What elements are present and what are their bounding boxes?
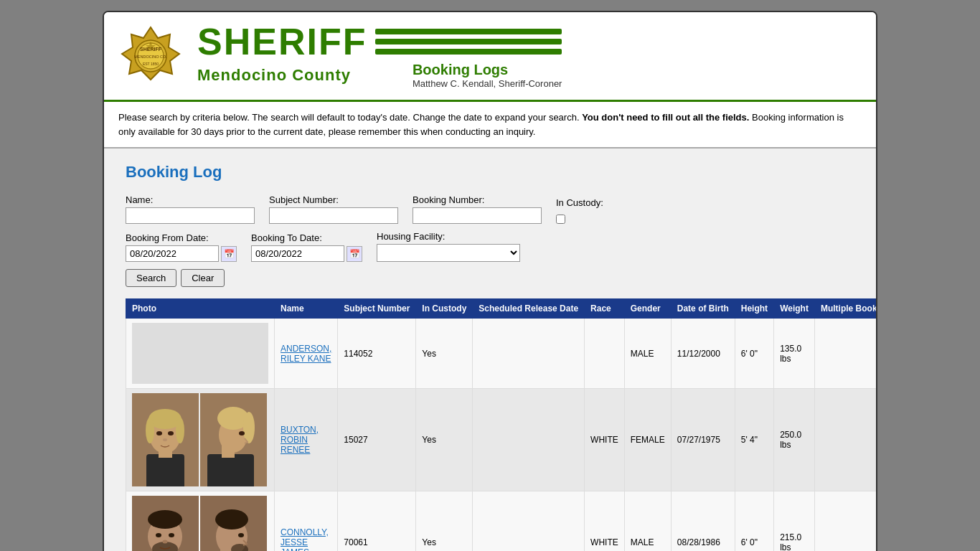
col-height: Height	[735, 299, 773, 319]
search-form: Name: Subject Number: Booking Number: In…	[126, 194, 854, 287]
svg-rect-18	[207, 454, 254, 486]
race-cell-3: WHITE	[585, 491, 625, 552]
booking-number-group: Booking Number:	[413, 194, 542, 224]
dob-cell-1: 11/12/2000	[671, 319, 735, 389]
name-cell-3: CONNOLLY, JESSE JAMES	[275, 491, 338, 552]
mugshot-side-2	[200, 393, 267, 486]
photo-cell-1	[126, 319, 275, 389]
col-photo: Photo	[126, 299, 275, 319]
height-cell-1: 6' 0"	[735, 319, 773, 389]
svg-point-32	[163, 540, 168, 544]
dob-cell-3: 08/28/1986	[671, 491, 735, 552]
name-group: Name:	[126, 194, 255, 224]
name-link-3[interactable]: CONNOLLY, JESSE JAMES	[281, 527, 329, 551]
race-cell-2: WHITE	[585, 389, 625, 491]
in-custody-checkbox[interactable]	[556, 215, 565, 224]
gender-cell-3: MALE	[624, 491, 671, 552]
subject-number-cell-3: 70061	[338, 491, 416, 552]
scheduled-release-cell-2	[473, 389, 585, 491]
mendocino-text: Mendocino County	[197, 66, 351, 85]
subject-number-cell-2: 15027	[338, 389, 416, 491]
photo-cell-2	[126, 389, 275, 491]
subject-number-input[interactable]	[269, 207, 398, 224]
scheduled-release-cell-1	[473, 319, 585, 389]
in-custody-cell-2: Yes	[416, 389, 473, 491]
svg-point-30	[156, 533, 161, 537]
col-dob: Date of Birth	[671, 299, 735, 319]
form-row-1: Name: Subject Number: Booking Number: In…	[126, 194, 854, 224]
scheduled-release-cell-3	[473, 491, 585, 552]
main-container: SHERIFF MENDOCINO CO. EST 1850 SHERIFF M…	[103, 11, 877, 551]
height-cell-3: 6' 0"	[735, 491, 773, 552]
search-button[interactable]: Search	[126, 269, 176, 287]
button-row: Search Clear	[126, 269, 854, 287]
housing-facility-group: Housing Facility:	[377, 231, 520, 262]
col-race: Race	[585, 299, 625, 319]
svg-point-37	[215, 509, 248, 529]
name-cell-1: ANDERSON, RILEY KANE	[275, 319, 338, 389]
form-row-2: Booking From Date: 📅 Booking To Date: 📅 …	[126, 231, 854, 262]
mugshot-front-2	[132, 393, 199, 486]
photo-cell-3	[126, 491, 275, 552]
name-cell-2: BUXTON, ROBIN RENEE	[275, 389, 338, 491]
col-weight: Weight	[774, 299, 815, 319]
table-header-row: Photo Name Subject Number In Custody Sch…	[126, 299, 878, 319]
booking-to-wrapper: 📅	[251, 245, 362, 262]
booking-from-input[interactable]	[126, 245, 219, 262]
booking-logs-col: Booking Logs Matthew C. Kendall, Sheriff…	[413, 62, 562, 89]
svg-point-28	[148, 510, 182, 529]
svg-rect-8	[146, 454, 184, 486]
mendocino-row: Mendocino County Booking Logs Matthew C.…	[197, 62, 562, 89]
subject-number-cell-1: 114052	[338, 319, 416, 389]
multiple-bookings-cell-3	[814, 491, 877, 552]
race-cell-1	[585, 319, 625, 389]
booking-logs-title: Booking Logs	[413, 62, 562, 78]
booking-from-calendar-icon[interactable]: 📅	[221, 246, 237, 262]
multiple-bookings-cell-2	[814, 389, 877, 491]
col-name: Name	[275, 299, 338, 319]
col-in-custody: In Custody	[416, 299, 473, 319]
weight-cell-3: 215.0 lbs	[774, 491, 815, 552]
booking-from-group: Booking From Date: 📅	[126, 232, 237, 262]
header-text: SHERIFF Mendocino County Booking Logs Ma…	[197, 23, 562, 89]
in-custody-label: In Custody:	[556, 197, 603, 208]
name-link-2[interactable]: BUXTON, ROBIN RENEE	[281, 425, 319, 455]
booking-from-wrapper: 📅	[126, 245, 237, 262]
booking-to-group: Booking To Date: 📅	[251, 232, 362, 262]
sheriff-name: Matthew C. Kendall, Sheriff-Coroner	[413, 78, 562, 89]
clear-button[interactable]: Clear	[181, 269, 225, 287]
subject-number-group: Subject Number:	[269, 194, 398, 224]
svg-point-12	[146, 418, 154, 443]
photo-dual-3	[132, 496, 268, 551]
gender-cell-2: FEMALE	[624, 389, 671, 491]
booking-to-calendar-icon[interactable]: 📅	[347, 246, 362, 262]
mugshot-front-3	[132, 496, 199, 551]
photo-dual-2	[132, 393, 268, 486]
main-content: Booking Log Name: Subject Number: Bookin…	[104, 149, 876, 551]
subject-number-label: Subject Number:	[269, 194, 398, 205]
name-link-1[interactable]: ANDERSON, RILEY KANE	[281, 344, 331, 364]
page-title: Booking Log	[126, 163, 854, 182]
table-row: ANDERSON, RILEY KANE 114052 Yes MALE 11/…	[126, 319, 878, 389]
housing-facility-select[interactable]	[377, 244, 520, 262]
dob-cell-2: 07/27/1975	[671, 389, 735, 491]
booking-to-label: Booking To Date:	[251, 232, 362, 243]
info-text-bold: You don't need to fill out all the field…	[582, 112, 749, 123]
col-multiple-bookings: Multiple Bookings	[814, 299, 877, 319]
name-label: Name:	[126, 194, 255, 205]
booking-to-input[interactable]	[251, 245, 344, 262]
multiple-bookings-cell-1	[814, 319, 877, 389]
svg-point-39	[238, 533, 244, 537]
in-custody-cell-3: Yes	[416, 491, 473, 552]
height-cell-2: 5' 4"	[735, 389, 773, 491]
mugshot-side-3	[200, 496, 267, 551]
col-subject-number: Subject Number	[338, 299, 416, 319]
info-bar: Please search by criteria below. The sea…	[104, 102, 876, 149]
table-row: BUXTON, ROBIN RENEE 15027 Yes WHITE FEMA…	[126, 389, 878, 491]
weight-cell-2: 250.0 lbs	[774, 389, 815, 491]
gender-cell-1: MALE	[624, 319, 671, 389]
name-input[interactable]	[126, 207, 255, 224]
svg-text:EST 1850: EST 1850	[143, 62, 159, 66]
booking-number-input[interactable]	[413, 207, 542, 224]
sheriff-title: SHERIFF	[197, 23, 367, 60]
